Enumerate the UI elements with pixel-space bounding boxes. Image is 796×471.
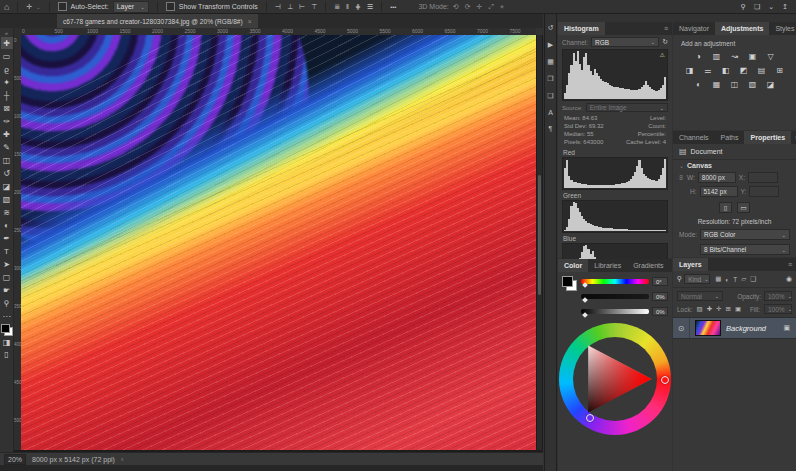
path-selection-tool[interactable]: ➤ xyxy=(1,258,13,270)
distribute-horizontal-icon[interactable]: ‖ xyxy=(346,3,349,10)
home-icon[interactable]: ⌂ xyxy=(4,2,9,12)
quick-mask-button[interactable]: ◨ xyxy=(1,336,13,348)
layer-visibility-eye-icon[interactable]: ⊙ xyxy=(673,324,689,333)
healing-brush-tool[interactable]: ✚ xyxy=(1,128,13,140)
panel-menu-icon[interactable]: ≡ xyxy=(784,258,796,271)
bit-depth-select[interactable]: 8 Bits/Channel ⌄ xyxy=(700,244,790,255)
fill-field[interactable]: 100% ⌄ xyxy=(764,304,792,314)
hue-saturation-adjustment-icon[interactable]: ◨ xyxy=(684,66,695,75)
rectangle-tool[interactable]: ▢ xyxy=(1,271,13,283)
type-tool[interactable]: T xyxy=(1,245,13,257)
eyedropper-tool[interactable]: ✑ xyxy=(1,115,13,127)
lock-all-icon[interactable]: ▣ xyxy=(735,305,741,313)
libraries-panel-icon[interactable]: ❏ xyxy=(547,92,553,100)
landscape-orientation-button[interactable]: ▭ xyxy=(737,202,750,213)
share-icon[interactable]: ↥ xyxy=(782,3,788,11)
y-field[interactable] xyxy=(749,186,779,197)
zoom-level-field[interactable]: 20% xyxy=(4,454,26,465)
show-transform-checkbox[interactable] xyxy=(166,2,175,11)
clone-stamp-tool[interactable]: ◫ xyxy=(1,154,13,166)
foreground-color-swatch[interactable] xyxy=(1,324,10,333)
vibrance-adjustment-icon[interactable]: ▽ xyxy=(765,52,776,61)
move-tool-preset-icon[interactable]: ✛ xyxy=(26,3,32,11)
move-tool[interactable]: ✛ xyxy=(1,37,13,49)
align-right-edges-icon[interactable]: ⊢ xyxy=(299,3,305,11)
filter-toggle-icon[interactable]: ◉ xyxy=(786,275,792,283)
marquee-tool[interactable]: ▭ xyxy=(1,50,13,62)
exposure-adjustment-icon[interactable]: ▣ xyxy=(747,52,758,61)
hue-ring-selector[interactable] xyxy=(661,376,669,384)
panel-menu-icon[interactable]: ≡ xyxy=(791,131,796,144)
refresh-histogram-icon[interactable]: ↻ xyxy=(662,38,668,46)
link-dimensions-icon[interactable]: ∞ xyxy=(678,175,685,180)
color-swatches[interactable] xyxy=(562,276,577,291)
blend-mode-select[interactable]: Normal ⌄ xyxy=(677,291,723,301)
filter-pixel-layers-icon[interactable]: ▦ xyxy=(715,275,721,283)
3d-pan-icon[interactable]: ✛ xyxy=(477,3,483,11)
swatches-panel-icon[interactable]: ▦ xyxy=(547,58,554,66)
saturation-value-field[interactable]: 0% xyxy=(652,292,668,301)
crop-tool[interactable]: ┼ xyxy=(1,89,13,101)
collapse-toolbar-icon[interactable]: « xyxy=(5,30,8,36)
channel-select[interactable]: RGB ⌄ xyxy=(591,37,659,47)
tab-styles[interactable]: Styles xyxy=(769,22,796,35)
3d-orbit-icon[interactable]: ⟲ xyxy=(453,3,459,11)
filter-smart-objects-icon[interactable]: ❑ xyxy=(750,275,756,283)
tab-libraries[interactable]: Libraries xyxy=(588,259,627,272)
threshold-adjustment-icon[interactable]: ◫ xyxy=(729,80,740,89)
frame-tool[interactable]: ⊠ xyxy=(1,102,13,114)
tab-paths[interactable]: Paths xyxy=(715,131,745,144)
align-left-edges-icon[interactable]: ⊣ xyxy=(275,3,281,11)
color-swatches[interactable] xyxy=(1,324,13,336)
tool-preset-chevron-icon[interactable]: ⌄ xyxy=(36,4,40,10)
3d-roll-icon[interactable]: ⟳ xyxy=(465,3,471,11)
warning-icon[interactable]: ⚠ xyxy=(660,51,665,58)
lock-pixels-icon[interactable]: ✚ xyxy=(707,305,712,313)
edit-toolbar[interactable]: ⋯ xyxy=(1,310,13,322)
panel-menu-icon[interactable]: ≡ xyxy=(660,22,672,35)
curves-adjustment-icon[interactable]: ↝ xyxy=(729,52,740,61)
layer-filter-kind-select[interactable]: Kind ⌄ xyxy=(684,274,710,284)
tab-histogram[interactable]: Histogram xyxy=(558,22,605,35)
canvas-image[interactable] xyxy=(21,35,536,450)
tab-properties[interactable]: Properties xyxy=(744,131,791,144)
lasso-tool[interactable]: ϱ xyxy=(1,63,13,75)
history-brush-tool[interactable]: ↺ xyxy=(1,167,13,179)
clone-source-panel-icon[interactable]: ❐ xyxy=(547,75,553,83)
auto-select-dropdown[interactable]: Layer ⌄ xyxy=(113,1,149,13)
portrait-orientation-button[interactable]: ▯ xyxy=(719,202,732,213)
history-panel-icon[interactable]: ↺ xyxy=(548,24,554,32)
workspace-switcher-icon[interactable]: ❏ xyxy=(754,3,760,11)
more-options-icon[interactable]: ••• xyxy=(390,4,396,10)
opacity-field[interactable]: 100% ⌄ xyxy=(764,291,792,301)
brightness-slider[interactable] xyxy=(581,309,649,314)
screen-mode-button[interactable]: ▯ xyxy=(1,348,13,360)
gradient-map-adjustment-icon[interactable]: ▧ xyxy=(747,80,758,89)
quick-selection-tool[interactable]: ✦ xyxy=(1,76,13,88)
distribute-evenly-icon[interactable]: ☰ xyxy=(367,3,373,11)
selective-color-adjustment-icon[interactable]: ◪ xyxy=(765,80,776,89)
paragraph-panel-icon[interactable]: ¶ xyxy=(549,125,553,132)
filter-adjustment-layers-icon[interactable]: ◐ xyxy=(725,276,729,283)
brush-tool[interactable]: ✎ xyxy=(1,141,13,153)
color-balance-adjustment-icon[interactable]: ⚌ xyxy=(702,66,713,75)
lock-artboard-icon[interactable]: ⊞ xyxy=(726,305,731,313)
search-icon[interactable]: ⚲ xyxy=(741,3,746,11)
eraser-tool[interactable]: ◪ xyxy=(1,180,13,192)
lock-transparency-icon[interactable]: ▨ xyxy=(697,305,703,313)
color-lookup-adjustment-icon[interactable]: ⊞ xyxy=(774,66,785,75)
status-chevron-icon[interactable]: › xyxy=(121,456,123,463)
brightness-value-field[interactable]: 0% xyxy=(652,307,668,316)
zoom-tool[interactable]: ⚲ xyxy=(1,297,13,309)
saturation-slider[interactable] xyxy=(581,294,649,299)
actions-panel-icon[interactable]: ▶ xyxy=(548,41,553,49)
posterize-adjustment-icon[interactable]: ▦ xyxy=(711,80,722,89)
foreground-color-swatch[interactable] xyxy=(562,276,573,287)
brightness-contrast-adjustment-icon[interactable]: ◑ xyxy=(693,52,704,61)
mode-select[interactable]: RGB Color ⌄ xyxy=(700,229,790,240)
tab-layers[interactable]: Layers xyxy=(673,258,708,271)
gradient-tool[interactable]: ▧ xyxy=(1,193,13,205)
canvas-section-chevron-icon[interactable]: ⌄ xyxy=(679,162,684,169)
chevron-down-icon[interactable]: ⌄ xyxy=(768,3,774,11)
channel-mixer-adjustment-icon[interactable]: ▤ xyxy=(756,66,767,75)
